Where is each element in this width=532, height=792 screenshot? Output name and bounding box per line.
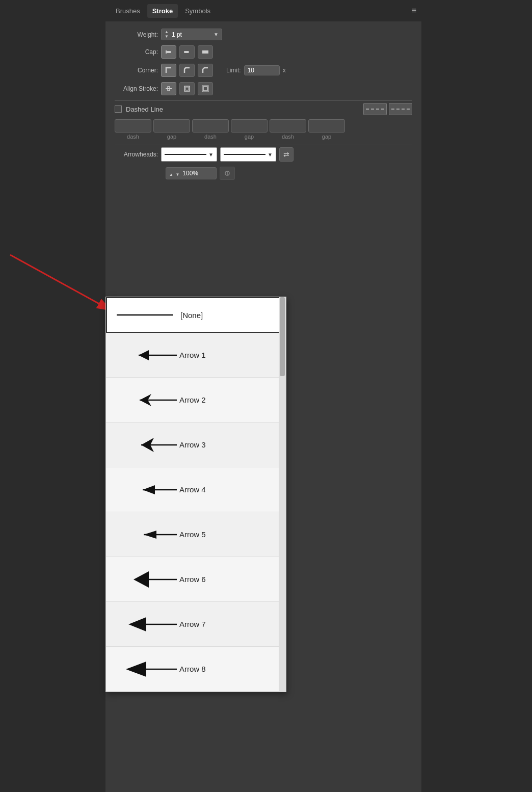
align-center-btn[interactable] xyxy=(161,82,176,95)
dropdown-item-arrow4[interactable]: Arrow 4 xyxy=(106,467,286,512)
arrow3-label: Arrow 3 xyxy=(179,440,220,449)
weight-up-btn[interactable]: ▲ xyxy=(165,30,169,34)
cap-round-icon xyxy=(183,48,191,56)
dropdown-item-arrow5[interactable]: Arrow 5 xyxy=(106,512,286,557)
arrowheads-row: Arrowheads: ▼ ▼ ⇄ xyxy=(115,147,412,162)
cap-square-btn[interactable] xyxy=(198,45,213,59)
dash-preset-2[interactable] xyxy=(389,103,412,115)
dropdown-scrollbar[interactable] xyxy=(279,297,286,692)
dash-preset-1[interactable] xyxy=(363,103,387,115)
none-arrow-preview xyxy=(114,305,180,325)
cap-butt-btn[interactable] xyxy=(161,45,176,59)
svg-marker-29 xyxy=(126,662,146,677)
arrowhead-right-dropdown[interactable]: ▼ xyxy=(268,152,273,157)
arrow5-preview xyxy=(113,524,179,545)
weight-row: Weight: ▲ ▼ 1 pt ▼ xyxy=(115,29,412,40)
align-center-icon xyxy=(165,85,173,93)
svg-rect-8 xyxy=(203,87,207,91)
dashed-line-label: Dashed Line xyxy=(126,105,163,113)
limit-label: Limit: xyxy=(226,67,241,74)
corner-bevel-btn[interactable] xyxy=(198,64,213,77)
arrowhead-left-dropdown[interactable]: ▼ xyxy=(208,152,214,157)
dropdown-item-arrow3[interactable]: Arrow 3 xyxy=(106,423,286,467)
svg-marker-23 xyxy=(144,531,156,539)
stroke-panel-content: Weight: ▲ ▼ 1 pt ▼ Cap: xyxy=(105,21,421,192)
corner-miter-btn[interactable] xyxy=(161,64,176,77)
dash3-input[interactable] xyxy=(270,119,306,133)
svg-rect-4 xyxy=(166,88,172,89)
svg-marker-15 xyxy=(139,350,149,360)
gap3-wrap: gap xyxy=(308,119,345,140)
align-inside-btn[interactable] xyxy=(179,82,195,95)
arrow7-label: Arrow 7 xyxy=(179,620,220,628)
arrow1-label: Arrow 1 xyxy=(179,351,220,359)
dash3-wrap: dash xyxy=(270,119,306,140)
arrow5-label: Arrow 5 xyxy=(179,530,220,539)
gap1-input[interactable] xyxy=(153,119,190,133)
weight-down-btn[interactable]: ▼ xyxy=(165,35,169,39)
dropdown-scrollbar-thumb xyxy=(280,297,285,376)
dropdown-item-arrow1[interactable]: Arrow 1 xyxy=(106,333,286,378)
svg-marker-27 xyxy=(128,617,146,631)
scale-control[interactable]: ▲ ▼ 100% xyxy=(166,167,217,179)
svg-marker-21 xyxy=(143,485,155,494)
gap3-input[interactable] xyxy=(308,119,345,133)
separator1 xyxy=(115,100,412,101)
tabs-bar: Brushes Stroke Symbols ≡ xyxy=(105,0,421,21)
weight-dropdown-arrow[interactable]: ▼ xyxy=(214,32,219,37)
tab-stroke[interactable]: Stroke xyxy=(147,4,178,18)
dropdown-item-arrow7[interactable]: Arrow 7 xyxy=(106,602,286,647)
gap2-wrap: gap xyxy=(231,119,268,140)
gap1-wrap: gap xyxy=(153,119,190,140)
gap1-label: gap xyxy=(167,134,176,140)
dash2-input[interactable] xyxy=(192,119,229,133)
dash2-wrap: dash xyxy=(192,119,229,140)
svg-rect-0 xyxy=(166,50,167,54)
separator2 xyxy=(115,145,412,145)
link-scale-btn[interactable] xyxy=(220,167,235,180)
arrow8-label: Arrow 8 xyxy=(179,665,220,673)
align-stroke-label: Align Stroke: xyxy=(115,85,158,92)
tab-brushes[interactable]: Brushes xyxy=(111,4,145,18)
svg-rect-2 xyxy=(184,51,185,53)
arrow4-preview xyxy=(113,480,179,500)
arrow8-preview xyxy=(113,659,179,679)
limit-control[interactable]: 10 xyxy=(244,65,280,75)
dropdown-item-none[interactable]: [None] xyxy=(106,297,286,333)
scale-down-btn[interactable]: ▼ xyxy=(175,173,179,177)
swap-arrowheads-btn[interactable]: ⇄ xyxy=(279,147,294,162)
scale-up-btn[interactable]: ▲ xyxy=(169,173,173,177)
arrowhead-left-line xyxy=(165,154,206,155)
limit-suffix: x xyxy=(283,67,286,74)
tab-symbols[interactable]: Symbols xyxy=(180,4,216,18)
dash-inputs: dash gap dash gap dash xyxy=(115,119,412,140)
arrowhead-right-select[interactable]: ▼ xyxy=(220,147,276,162)
cap-label: Cap: xyxy=(115,48,158,56)
svg-marker-25 xyxy=(134,571,149,588)
gap3-label: gap xyxy=(322,134,331,140)
cap-round-btn[interactable] xyxy=(179,45,195,59)
arrowhead-dropdown-list: [None] Arrow 1 Arrow 2 Arrow 3 xyxy=(105,297,286,692)
dash1-input[interactable] xyxy=(115,119,151,133)
arrowhead-right-line xyxy=(224,154,265,155)
panel-menu-icon[interactable]: ≡ xyxy=(412,6,416,15)
arrowhead-left-select[interactable]: ▼ xyxy=(161,147,217,162)
dashed-line-row: Dashed Line xyxy=(115,103,412,115)
arrow6-label: Arrow 6 xyxy=(179,575,220,584)
weight-control[interactable]: ▲ ▼ 1 pt ▼ xyxy=(161,29,222,40)
scale-row: ▲ ▼ 100% xyxy=(166,167,412,180)
dropdown-item-arrow6[interactable]: Arrow 6 xyxy=(106,557,286,602)
weight-value: 1 pt xyxy=(172,31,210,38)
dashed-line-checkbox[interactable] xyxy=(115,105,122,113)
weight-spin[interactable]: ▲ ▼ xyxy=(165,30,169,39)
align-outside-btn[interactable] xyxy=(198,82,213,95)
corner-round-btn[interactable] xyxy=(179,64,195,77)
dropdown-item-arrow2[interactable]: Arrow 2 xyxy=(106,378,286,423)
gap2-input[interactable] xyxy=(231,119,268,133)
corner-miter-icon xyxy=(165,66,173,74)
corner-label: Corner: xyxy=(115,67,158,74)
dropdown-item-arrow8[interactable]: Arrow 8 xyxy=(106,647,286,692)
scale-spin[interactable]: ▲ ▼ xyxy=(169,169,179,178)
svg-rect-1 xyxy=(167,51,171,53)
dash3-label: dash xyxy=(282,134,294,140)
